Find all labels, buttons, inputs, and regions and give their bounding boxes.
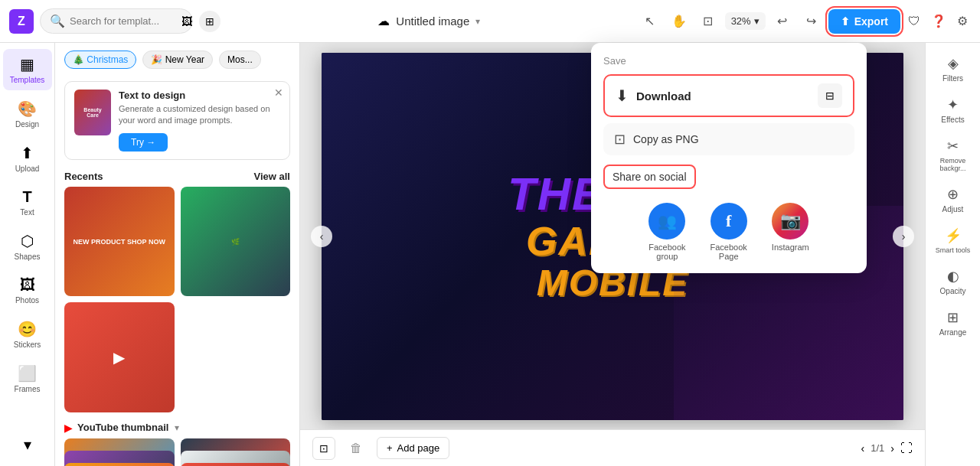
- ai-close-button[interactable]: ✕: [274, 86, 283, 99]
- instagram-label: Instagram: [772, 243, 809, 252]
- recent-item-next[interactable]: ▶: [64, 302, 175, 412]
- tag-more[interactable]: Mos...: [219, 51, 261, 69]
- zoom-control[interactable]: 32% ▾: [725, 12, 766, 30]
- copy-png-button[interactable]: ⊡ Copy as PNG: [603, 123, 854, 155]
- sidebar-item-templates[interactable]: ▦ Templates: [3, 49, 52, 90]
- title-chevron-icon[interactable]: ▾: [475, 16, 480, 27]
- select-tool-btn[interactable]: ↖: [638, 9, 662, 34]
- fb-group-label: Facebookgroup: [648, 243, 685, 261]
- filter-icon[interactable]: ⊞: [199, 11, 220, 32]
- sidebar-item-shapes[interactable]: ⬡ Shapes: [3, 226, 52, 267]
- rs-item-remove-bg[interactable]: ✂ Remove backgr...: [929, 132, 978, 178]
- view-all-link[interactable]: View all: [254, 171, 290, 182]
- text-icon: T: [22, 188, 31, 206]
- fb-page-icon: f: [710, 203, 747, 240]
- add-page-label: Add page: [397, 442, 440, 454]
- ai-text-content: Text to design Generate a customized des…: [119, 90, 280, 152]
- plus-icon: +: [387, 442, 393, 454]
- upload-icon: ⬆: [21, 144, 34, 162]
- download-row-left: ⬇ Download: [616, 86, 691, 105]
- export-button[interactable]: ⬆ Export: [828, 9, 900, 34]
- adjust-icon: ⊕: [947, 186, 959, 203]
- copy-icon: ⊡: [614, 131, 626, 148]
- undo-btn[interactable]: ↩: [770, 9, 795, 34]
- ai-try-button[interactable]: Try →: [119, 133, 168, 152]
- youtube-section-header[interactable]: ▶ YouTube thumbnail ▾: [55, 419, 299, 438]
- title-area: ☁ Untitled image ▾: [377, 14, 480, 28]
- search-input[interactable]: [70, 15, 177, 27]
- image-search-icon[interactable]: 🖼: [181, 15, 192, 28]
- yt-item-party[interactable]: 🎉: [64, 463, 175, 466]
- new-year-tag-label: 🎉 New Year: [151, 54, 204, 65]
- sidebar-item-upload[interactable]: ⬆ Upload: [3, 138, 52, 179]
- canvas-tools: ↖ ✋ ⊡ 32% ▾ ↩ ↪ ⬆ Export 🛡 ❓ ⚙: [638, 9, 971, 34]
- upload-icon: ⬆: [841, 15, 850, 28]
- rs-item-opacity[interactable]: ◐ Opacity: [929, 262, 978, 301]
- search-icon: 🔍: [50, 14, 65, 28]
- zoom-chevron-icon: ▾: [754, 15, 760, 27]
- download-label: Download: [636, 90, 691, 103]
- shapes-icon: ⬡: [21, 232, 34, 250]
- instagram-icon: 📷: [772, 203, 808, 240]
- left-sidebar: ▦ Templates 🎨 Design ⬆ Upload T Text ⬡ S…: [0, 43, 55, 466]
- search-bar[interactable]: 🔍 🖼: [40, 8, 193, 34]
- tag-row: 🎄 Christmas 🎉 New Year Mos...: [64, 51, 290, 75]
- templates-icon: ▦: [20, 55, 34, 73]
- settings-icon[interactable]: ⚙: [954, 11, 971, 31]
- share-social-section: Share on social 👥 Facebookgroup f Facebo…: [603, 165, 854, 261]
- sidebar-item-stickers[interactable]: 😊 Stickers: [3, 314, 52, 355]
- fullscreen-btn[interactable]: ⛶: [900, 442, 913, 455]
- rs-item-arrange[interactable]: ⊞ Arrange: [929, 303, 978, 343]
- fb-page-label: FacebookPage: [710, 243, 747, 261]
- design-icon: 🎨: [18, 99, 37, 118]
- youtube-label: YouTube thumbnail: [77, 422, 168, 433]
- rs-item-filters[interactable]: ◈ Filters: [929, 49, 978, 89]
- download-button[interactable]: ⬇ Download ⊟: [603, 74, 854, 117]
- tag-section: 🎄 Christmas 🎉 New Year Mos...: [55, 43, 299, 75]
- zoom-value: 32%: [731, 15, 751, 27]
- app-logo[interactable]: Z: [9, 9, 34, 34]
- rs-item-effects[interactable]: ✦ Effects: [929, 90, 978, 130]
- doc-title: Untitled image: [396, 15, 469, 28]
- shield-icon[interactable]: 🛡: [905, 11, 923, 31]
- yt-item-salmon[interactable]: SPICY SALMON: [181, 463, 291, 466]
- hand-tool-btn[interactable]: ✋: [667, 9, 691, 34]
- recent-item-1[interactable]: NEW PRODUCT SHOP NOW: [64, 187, 175, 297]
- crop-tool-btn[interactable]: ⊡: [696, 9, 720, 34]
- page-indicator: ‹ 1/1 › ⛶: [861, 442, 913, 455]
- ai-title: Text to design: [119, 90, 280, 101]
- social-item-fb-page[interactable]: f FacebookPage: [710, 203, 747, 261]
- sidebar-item-text[interactable]: T Text: [3, 182, 52, 223]
- delete-page-btn[interactable]: 🗑: [345, 437, 368, 460]
- social-item-fb-group[interactable]: 👥 Facebookgroup: [648, 203, 685, 261]
- redo-btn[interactable]: ↪: [799, 9, 824, 34]
- share-social-label: Share on social: [603, 165, 696, 189]
- stickers-icon: 😊: [18, 320, 37, 338]
- christmas-tag-label: 🎄 Christmas: [73, 54, 128, 65]
- rs-item-adjust[interactable]: ⊕ Adjust: [929, 180, 978, 220]
- tag-christmas[interactable]: 🎄 Christmas: [64, 51, 136, 69]
- effects-icon: ✦: [947, 96, 959, 113]
- sidebar-item-frames[interactable]: ⬜ Frames: [3, 358, 52, 399]
- canvas-prev-button[interactable]: ‹: [311, 226, 332, 247]
- canvas-toolbar: ⊡ 🗑 + Add page ‹ 1/1 › ⛶: [300, 429, 925, 466]
- download-settings-btn[interactable]: ⊟: [818, 83, 842, 108]
- social-item-instagram[interactable]: 📷 Instagram: [772, 203, 809, 261]
- tag-new-year[interactable]: 🎉 New Year: [142, 51, 213, 69]
- rs-item-smart-tools[interactable]: ⚡ Smart tools: [929, 221, 978, 260]
- help-icon[interactable]: ❓: [928, 11, 949, 31]
- topbar: Z 🔍 🖼 ⊞ ☁ Untitled image ▾ ↖ ✋ ⊡ 32% ▾ ↩…: [0, 0, 980, 43]
- recent-item-2[interactable]: 🌿: [181, 187, 291, 297]
- canvas-next-button[interactable]: ›: [893, 226, 914, 247]
- next-page-btn[interactable]: ›: [890, 442, 894, 455]
- page-number: 1/1: [871, 442, 884, 454]
- sidebar-item-photos[interactable]: 🖼 Photos: [3, 270, 52, 311]
- thumbnail-view-btn[interactable]: ⊡: [312, 437, 335, 460]
- add-page-button[interactable]: + Add page: [377, 437, 449, 459]
- sidebar-item-collapse[interactable]: ▾: [3, 429, 52, 460]
- prev-page-btn[interactable]: ‹: [861, 442, 865, 455]
- fb-group-icon: 👥: [648, 203, 685, 240]
- filters-icon: ◈: [948, 55, 959, 72]
- ai-thumb: Beauty Care: [74, 90, 111, 135]
- sidebar-item-design[interactable]: 🎨 Design: [3, 93, 52, 135]
